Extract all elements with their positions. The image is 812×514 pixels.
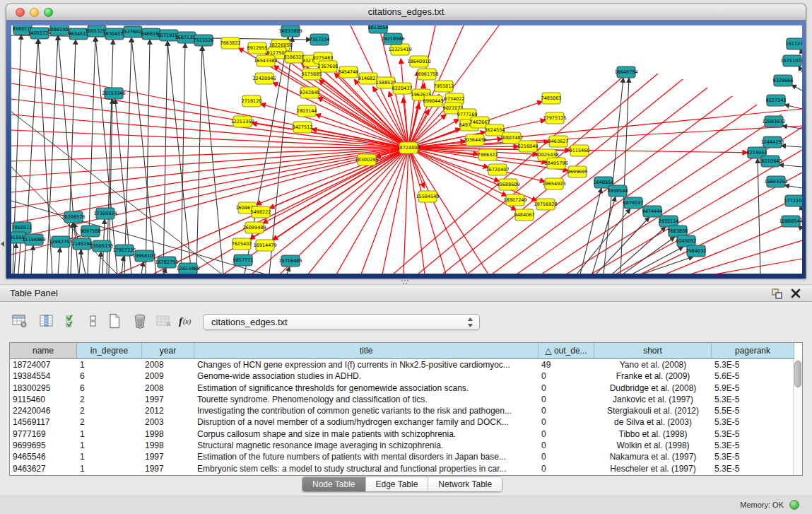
cell-out_de: 0	[539, 440, 594, 451]
cell-year: 1997	[142, 451, 194, 462]
graph-node-label: 8912955	[247, 45, 268, 51]
column-header-short[interactable]: short	[594, 343, 712, 359]
graph-node-label: 16782759	[155, 259, 178, 265]
table-settings-icon[interactable]	[10, 311, 30, 331]
graph-node-label: 1640954	[594, 180, 614, 185]
graph-node-label: 2935114	[659, 218, 679, 224]
cell-short: Dudbridge et al. (2008)	[594, 382, 712, 394]
graph-node-label: 7485063	[541, 95, 562, 101]
table-row[interactable]: 977716911998Corpus callosum shape and si…	[10, 428, 802, 440]
graph-node-label: 7357224	[310, 37, 330, 42]
table-row[interactable]: 2242004622012Investigating the contribut…	[10, 405, 802, 416]
cell-in_degree: 6	[77, 382, 142, 394]
network-window-titlebar[interactable]: citations_edges.txt	[6, 4, 806, 21]
new-document-icon[interactable]	[105, 311, 124, 331]
tab-node-table[interactable]: Node Table	[302, 477, 365, 491]
table-row[interactable]: 946362711997Embryonic stem cells: a mode…	[10, 463, 802, 474]
graph-node-label: 13958107	[132, 253, 155, 259]
column-header-pagerank[interactable]: pagerank	[712, 343, 794, 359]
table-row[interactable]: 1830029562008Estimation of significance …	[10, 382, 802, 394]
zoom-window-button[interactable]	[44, 8, 53, 17]
graph-node-label: 9227343	[766, 98, 787, 103]
column-header-in_degree[interactable]: in_degree	[77, 343, 142, 359]
tab-edge-table[interactable]: Edge Table	[365, 477, 428, 491]
delete-table-icon[interactable]	[154, 311, 174, 331]
column-header-year[interactable]: year	[142, 343, 194, 359]
cell-name: 9465546	[10, 451, 77, 462]
graph-node-label: 12942757	[49, 239, 72, 245]
close-panel-icon[interactable]	[791, 288, 801, 298]
table-row[interactable]: 911546021997Tourette syndrome. Phenomeno…	[10, 394, 802, 405]
panel-collapse-arrow-icon[interactable]	[1, 241, 4, 247]
table-selector-dropdown[interactable]: citations_edges.txt	[203, 314, 480, 330]
table-row[interactable]: 1456911722003Disruption of a novel membe…	[10, 416, 802, 428]
graph-node-label: 26099489	[242, 225, 266, 230]
graph-node-label: 16961758	[415, 71, 438, 77]
graph-node-label: 12093832	[762, 119, 785, 124]
column-header-out_de[interactable]: △ out_de...	[539, 343, 594, 359]
cell-short: Franke et al. (2009)	[594, 370, 712, 382]
graph-node-label: 12444155	[760, 139, 784, 145]
graph-node-label: 17359924	[93, 211, 117, 216]
graph-node-label: 18300295	[355, 157, 378, 163]
graph-node-label: 16033809	[278, 28, 302, 34]
table-row[interactable]: 1872400712008Changes of HCN gene express…	[10, 359, 802, 370]
tab-network-table[interactable]: Network Table	[428, 477, 502, 491]
cell-pagerank: 5.3E-5	[712, 451, 794, 462]
graph-node-label: 9115460	[570, 148, 590, 153]
network-frame: 1872400718300295766382289129551822605891…	[6, 21, 806, 279]
vertical-scrollbar[interactable]	[793, 359, 802, 475]
scrollbar-thumb[interactable]	[794, 361, 801, 387]
table-row[interactable]: 946554611997Estimation of the future num…	[10, 451, 802, 462]
column-header-title[interactable]: title	[194, 343, 539, 359]
cell-short: Stergiakouli et al. (2012)	[594, 405, 712, 416]
graph-node-label: 9242848	[300, 90, 320, 95]
graph-node-label: 16210643	[758, 158, 782, 164]
delete-trash-icon[interactable]	[130, 311, 150, 331]
table-toolbar: f (x) citations_edges.txt	[0, 308, 812, 335]
function-builder-icon[interactable]: f (x)	[177, 311, 196, 331]
cell-out_de: 0	[539, 451, 594, 462]
graph-node-label: 15693251	[764, 179, 787, 185]
graph-node-label: 13505135	[90, 243, 113, 249]
node-table: namein_degreeyeartitle△ out_de...shortpa…	[9, 342, 803, 476]
cell-year: 1997	[142, 463, 194, 474]
column-chooser-icon[interactable]	[37, 311, 57, 331]
cell-name: 22420046	[10, 405, 77, 416]
cell-title: Estimation of significance thresholds fo…	[194, 382, 539, 394]
float-panel-icon[interactable]	[772, 288, 782, 299]
graph-node-label: 7515526	[194, 37, 214, 43]
graph-node-label: 8813054	[368, 25, 389, 30]
memory-status-label: Memory: OK	[740, 501, 784, 509]
window-title: citations_edges.txt	[6, 4, 806, 20]
cell-name: 9699695	[10, 440, 77, 451]
cell-pagerank: 5.3E-5	[712, 428, 794, 440]
table-selector-value: citations_edges.txt	[211, 317, 288, 327]
graph-node-label: 1772107	[784, 198, 802, 204]
cell-in_degree: 1	[77, 440, 142, 451]
table-type-tabs: Node TableEdge TableNetwork Table	[302, 477, 502, 492]
table-row[interactable]: 1938455462009Genome-wide association stu…	[10, 370, 802, 382]
graph-node-label: 8454749	[339, 69, 359, 75]
cell-name: 19384554	[10, 370, 77, 382]
cell-short: Wolkin et al. (1998)	[594, 440, 712, 451]
cell-out_de: 0	[539, 370, 594, 382]
graph-node-label: 9275463	[313, 55, 334, 61]
minimize-window-button[interactable]	[30, 8, 39, 17]
graph-node-label: 7984032	[686, 248, 707, 254]
graph-node-label: 22420046	[252, 76, 276, 81]
graph-node-label: 5498222	[251, 209, 271, 215]
table-row[interactable]: 969969511998Structural magnetic resonanc…	[10, 440, 802, 451]
graph-node-label: 18640910	[407, 59, 430, 64]
network-canvas[interactable]: 1872400718300295766382289129551822605891…	[11, 25, 802, 274]
dropdown-arrows-icon	[467, 317, 473, 332]
cell-year: 2012	[142, 405, 194, 416]
column-header-name[interactable]: name	[10, 343, 77, 359]
row-height-icon[interactable]	[83, 311, 103, 331]
close-window-button[interactable]	[16, 8, 25, 17]
cell-title: Disruption of a novel member of a sodium…	[194, 416, 539, 428]
select-rows-icon[interactable]	[62, 311, 82, 331]
cell-short: Hescheler et al. (1997)	[594, 463, 712, 474]
graph-node-label: 10688609	[496, 182, 519, 187]
graph-node-label: 8427512	[293, 124, 313, 130]
